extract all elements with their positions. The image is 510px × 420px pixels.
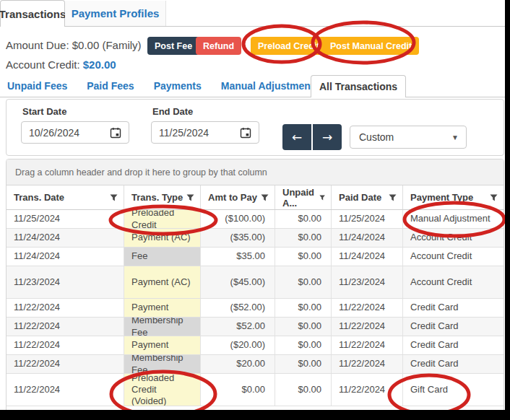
- tab-payment-profiles[interactable]: Payment Profiles: [65, 1, 166, 26]
- cell-amt-to-pay: ($20.00): [201, 336, 275, 354]
- calendar-icon[interactable]: [238, 126, 253, 140]
- table-row[interactable]: 11/24/2024 Payment (AC) ($35.00) $0.00 1…: [7, 229, 503, 248]
- cell-trans-date: 11/25/2024: [7, 210, 124, 228]
- cell-paid-date: 11/23/2024: [332, 266, 403, 298]
- cell-trans-type: Fee: [124, 248, 201, 266]
- column-header-label: Payment Type: [410, 192, 473, 203]
- date-range-select[interactable]: Custom ▼: [350, 126, 467, 149]
- cell-trans-date: 11/24/2024: [7, 248, 124, 266]
- column-header-label: Trans. Date: [14, 192, 64, 203]
- cell-trans-type: Preloaded Credit (Voided): [124, 374, 201, 406]
- amount-due-line: Amount Due: $0.00 (Family): [6, 39, 142, 51]
- cell-amt-to-pay: ($45.00): [201, 266, 275, 298]
- next-range-button[interactable]: →: [313, 124, 342, 150]
- amount-due-value: $0.00: [72, 39, 100, 51]
- column-header-label: Unpaid A...: [282, 187, 319, 209]
- post-fee-button[interactable]: Post Fee: [147, 37, 199, 55]
- account-credit-label: Account Credit:: [6, 58, 80, 71]
- refund-button[interactable]: Refund: [196, 37, 241, 55]
- filter-icon[interactable]: [319, 194, 325, 201]
- sub-tab-payments[interactable]: Payments: [154, 80, 202, 92]
- cell-amt-to-pay: $0.00: [201, 374, 275, 406]
- cell-trans-date: 11/23/2024: [7, 266, 124, 298]
- column-header-unpaid-a[interactable]: Unpaid A...: [275, 185, 332, 209]
- grid-group-hint: Drag a column header and drop it here to…: [15, 167, 267, 178]
- preload-credit-button[interactable]: Preload Credit: [251, 37, 327, 55]
- date-range-selected-value: Custom: [359, 131, 451, 143]
- end-date-input[interactable]: 11/25/2024: [151, 121, 259, 144]
- post-manual-credit-button[interactable]: Post Manual Credit: [323, 37, 419, 55]
- table-header: Trans. Date Trans. Type Amt to Pay Unpai…: [7, 185, 503, 210]
- sub-tab-all-transactions[interactable]: All Transactions: [311, 75, 406, 97]
- start-date-value: 10/26/2024: [29, 127, 108, 139]
- cell-payment-type: Account Credit: [403, 248, 503, 266]
- column-header-trans-type[interactable]: Trans. Type: [124, 185, 201, 209]
- cell-unpaid-amt: $0.00: [275, 318, 332, 336]
- cell-amt-to-pay: ($100.00): [201, 210, 275, 228]
- chevron-down-icon: ▼: [451, 134, 459, 141]
- sub-tab-unpaid-fees[interactable]: Unpaid Fees: [7, 80, 67, 92]
- cell-paid-date: 11/22/2024: [332, 374, 403, 406]
- column-header-payment-type[interactable]: Payment Type: [403, 185, 503, 209]
- filter-icon[interactable]: [389, 194, 397, 201]
- cell-trans-date: 11/22/2024: [7, 336, 124, 354]
- date-filter-panel: Start Date 10/26/2024 End Date 11/25/202…: [6, 99, 504, 156]
- cell-unpaid-amt: $0.00: [275, 229, 332, 247]
- cell-amt-to-pay: ($52.00): [201, 299, 275, 317]
- cell-payment-type: Credit Card: [403, 318, 503, 336]
- cell-trans-type: Payment (AC): [124, 266, 201, 298]
- filter-icon[interactable]: [261, 194, 269, 201]
- calendar-icon[interactable]: [108, 126, 123, 140]
- table-row[interactable]: 11/22/2024 Payment ($20.00) $0.00 11/22/…: [7, 336, 503, 355]
- cell-payment-type: Credit Card: [403, 336, 503, 354]
- tab-transactions[interactable]: Transactions: [0, 0, 65, 27]
- sub-tab-all-transactions-label: All Transactions: [319, 81, 397, 92]
- column-header-label: Paid Date: [339, 192, 381, 203]
- table-row[interactable]: 11/22/2024 Membership Fee $20.00 $0.00 1…: [7, 355, 503, 374]
- crop-bar-bottom: [0, 410, 510, 420]
- cell-paid-date: 11/24/2024: [332, 229, 403, 247]
- cell-payment-type: Manual Adjustment: [403, 210, 503, 228]
- tab-payment-profiles-label: Payment Profiles: [72, 7, 160, 19]
- filter-icon[interactable]: [110, 194, 118, 201]
- cell-trans-type: Membership Fee: [124, 318, 201, 336]
- amount-due-label: Amount Due:: [6, 39, 69, 51]
- filter-icon[interactable]: [186, 194, 194, 201]
- filter-icon[interactable]: [490, 194, 498, 201]
- sub-tabstrip-divider: [0, 97, 505, 97]
- account-credit-value: $20.00: [83, 58, 116, 71]
- table-row[interactable]: 11/22/2024 Payment ($52.00) $0.00 11/22/…: [7, 299, 503, 318]
- column-header-amt-to-pay[interactable]: Amt to Pay: [201, 185, 275, 209]
- transactions-grid: Drag a column header and drop it here to…: [6, 159, 504, 419]
- sub-tab-paid-fees[interactable]: Paid Fees: [87, 80, 134, 92]
- cell-unpaid-amt: $0.00: [275, 210, 332, 228]
- cell-unpaid-amt: $0.00: [275, 355, 332, 373]
- cell-amt-to-pay: $20.00: [201, 355, 275, 373]
- sub-tab-manual-adjustments[interactable]: Manual Adjustments: [221, 80, 319, 92]
- tab-transactions-label: Transactions: [0, 8, 66, 20]
- cell-paid-date: 11/22/2024: [332, 336, 403, 354]
- cell-paid-date: 11/24/2024: [332, 248, 403, 266]
- cell-payment-type: Account Credit: [403, 266, 503, 298]
- table-row[interactable]: 11/22/2024 Membership Fee $52.00 $0.00 1…: [7, 318, 503, 336]
- cell-paid-date: 11/25/2024: [332, 210, 403, 228]
- transactions-screen: Transactions Payment Profiles Amount Due…: [0, 0, 510, 420]
- table-row[interactable]: 11/24/2024 Fee $35.00 $0.00 11/24/2024 A…: [7, 248, 503, 266]
- cell-paid-date: 11/22/2024: [332, 318, 403, 336]
- column-header-paid-date[interactable]: Paid Date: [332, 185, 403, 209]
- column-header-label: Amt to Pay: [208, 192, 257, 203]
- table-row[interactable]: 11/22/2024 Preloaded Credit (Voided) $0.…: [7, 374, 503, 406]
- cell-trans-date: 11/24/2024: [7, 229, 124, 247]
- cell-trans-type: Membership Fee: [124, 355, 201, 373]
- column-header-trans-date[interactable]: Trans. Date: [7, 185, 124, 209]
- table-row[interactable]: 11/23/2024 Payment (AC) ($45.00) $0.00 1…: [7, 266, 503, 299]
- table-row[interactable]: 11/25/2024 Preloaded Credit ($100.00) $0…: [7, 210, 503, 229]
- start-date-input[interactable]: 10/26/2024: [21, 121, 129, 144]
- previous-range-button[interactable]: ←: [282, 124, 311, 150]
- cell-trans-type: Payment: [124, 299, 201, 317]
- sub-tabstrip: Unpaid Fees Paid Fees Payments Manual Ad…: [7, 75, 319, 97]
- cell-amt-to-pay: $52.00: [201, 318, 275, 336]
- cell-payment-type: Account Credit: [403, 229, 503, 247]
- grid-group-drop-zone[interactable]: Drag a column header and drop it here to…: [7, 159, 503, 185]
- end-date-value: 11/25/2024: [159, 127, 238, 139]
